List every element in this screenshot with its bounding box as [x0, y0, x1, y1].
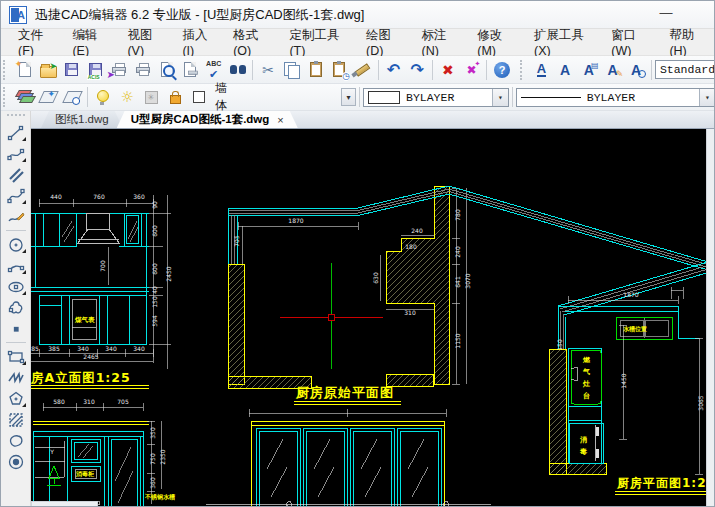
paste-button[interactable] [304, 58, 328, 82]
donut-tool[interactable] [4, 451, 28, 472]
cad-drawing[interactable]: 440 760 360 90 600 600 40 150 594 2450 [31, 129, 708, 507]
menu-draw[interactable]: 绘图(D) [357, 24, 413, 61]
spline-tool[interactable] [4, 185, 28, 206]
layer-lock-toggle[interactable] [163, 85, 187, 109]
plot-button[interactable]: ➤ [107, 58, 131, 82]
linetype-dropdown-arrow[interactable]: ▾ [699, 89, 715, 106]
multiline-tool[interactable] [4, 367, 28, 388]
redo-button[interactable]: ↷ [405, 58, 429, 82]
arc-tool[interactable] [4, 255, 28, 276]
magnifier-icon [163, 65, 175, 77]
print-preview-button[interactable] [155, 58, 179, 82]
text-check-button[interactable]: A▤ [577, 58, 601, 82]
rectangle-tool[interactable] [4, 346, 28, 367]
svg-text:705: 705 [233, 235, 240, 247]
minimize-button[interactable]: — [656, 5, 676, 23]
bulb-on-icon [97, 90, 109, 102]
menu-modify[interactable]: 修改(M) [468, 24, 525, 61]
layer-sheet-icon [62, 91, 83, 103]
point-tool[interactable] [4, 318, 28, 339]
text-edit-button[interactable]: A✎ [601, 58, 625, 82]
menu-express-tools[interactable]: 扩展工具(X) [525, 24, 602, 61]
text-underline-button[interactable]: A [530, 58, 554, 82]
stove-unit: 燃 气 灶 台 [571, 350, 601, 404]
purge-button[interactable]: ✖✦ [460, 58, 484, 82]
ellipse-tool[interactable] [4, 276, 28, 297]
polyline-tool[interactable] [4, 143, 28, 164]
layer-color-swatch[interactable] [187, 85, 211, 109]
menu-view[interactable]: 视图(V) [118, 24, 173, 61]
tab-close-icon[interactable]: × [277, 114, 283, 126]
layer-freeze-toggle[interactable]: ✳ [139, 85, 163, 109]
double-line-tool[interactable] [4, 164, 28, 185]
region-tool[interactable] [4, 430, 28, 451]
paste-special-button[interactable]: ◷ [327, 58, 351, 82]
menu-insert[interactable]: 插入(I) [173, 24, 224, 61]
delete-button[interactable]: ✖ [436, 58, 460, 82]
format-painter-button[interactable] [351, 58, 375, 82]
color-combobox[interactable]: BYLAYER ▾ [363, 88, 509, 107]
tab-drawing1[interactable]: 图纸1.dwg [41, 111, 123, 128]
cut-button[interactable]: ✂ [256, 58, 280, 82]
line-tool[interactable] [4, 122, 28, 143]
text-style-button[interactable]: A [553, 58, 577, 82]
vertical-scrollbar[interactable] [706, 129, 714, 507]
document-tab-bar: 图纸1.dwg U型厨房CAD图纸-1套.dwg × [31, 111, 715, 129]
toolbar-grip[interactable] [3, 60, 10, 80]
svg-text:360: 360 [133, 193, 145, 200]
layer-states-button[interactable]: ✦ [37, 85, 61, 109]
layer-thaw-toggle[interactable]: ☼ [115, 85, 139, 109]
menu-edit[interactable]: 编辑(E) [63, 24, 118, 61]
toolbar-grip[interactable] [520, 60, 527, 80]
polygon-tool[interactable] [4, 388, 28, 409]
redo-icon: ↷ [410, 60, 423, 79]
toolbar-grip[interactable] [3, 87, 10, 107]
tab-u-kitchen[interactable]: U型厨房CAD图纸-1套.dwg × [117, 111, 298, 128]
svg-text:90: 90 [151, 201, 158, 209]
scissors-icon: ✂ [262, 62, 274, 78]
menu-window[interactable]: 窗口(W) [602, 24, 660, 61]
help-button[interactable]: ? [490, 58, 514, 82]
layer-on-toggle[interactable] [91, 85, 115, 109]
spell-check-button[interactable]: ABC✔ [202, 58, 226, 82]
menu-format[interactable]: 格式(O) [224, 24, 280, 61]
layer-walk-button[interactable] [61, 85, 85, 109]
undo-button[interactable]: ↶ [382, 58, 406, 82]
copy-button[interactable] [280, 58, 304, 82]
sun-icon: ☼ [121, 88, 134, 106]
color-dropdown-arrow[interactable]: ▾ [492, 89, 508, 106]
layer-dropdown-arrow[interactable]: ▾ [341, 88, 356, 106]
find-button[interactable] [226, 58, 250, 82]
svg-text:750: 750 [149, 453, 156, 465]
new-spark-icon: ✦ [15, 59, 23, 69]
text-find-button[interactable]: A [624, 58, 648, 82]
menu-file[interactable]: 文件(F) [9, 24, 63, 61]
menu-dimension[interactable]: 标注(N) [413, 24, 469, 61]
svg-text:310: 310 [83, 398, 95, 405]
elevation-a: 440 760 360 90 600 600 40 150 594 2450 [31, 193, 172, 411]
text-style-combobox[interactable]: Standard [655, 60, 715, 79]
menu-help[interactable]: 帮助(H) [660, 24, 715, 61]
hatch-tool[interactable] [4, 409, 28, 430]
page-setup-button[interactable] [178, 58, 202, 82]
menu-custom-tools[interactable]: 定制工具(T) [280, 24, 357, 61]
toolbar-grip[interactable] [7, 114, 25, 120]
new-file-button[interactable]: ✦ [13, 58, 37, 82]
current-color-swatch [368, 91, 400, 104]
export-acis-button[interactable]: ACIS [84, 58, 108, 82]
sketch-tool[interactable] [4, 206, 28, 227]
svg-text:毒: 毒 [580, 448, 587, 456]
svg-text:600: 600 [151, 225, 158, 237]
drawing-canvas[interactable]: 440 760 360 90 600 600 40 150 594 2450 [31, 129, 708, 507]
revision-cloud-tool[interactable] [4, 297, 28, 318]
horizontal-scrollbar[interactable] [31, 501, 98, 507]
print-button[interactable] [131, 58, 155, 82]
save-button[interactable] [60, 58, 84, 82]
layer-manager-button[interactable] [13, 85, 37, 109]
linetype-combobox[interactable]: BYLAYER ▾ [516, 88, 715, 107]
toolbar-separator [651, 60, 652, 80]
toolbar-separator [6, 342, 26, 343]
svg-text:705: 705 [117, 398, 129, 405]
circle-tool[interactable] [4, 234, 28, 255]
open-file-button[interactable]: ➤ [36, 58, 60, 82]
